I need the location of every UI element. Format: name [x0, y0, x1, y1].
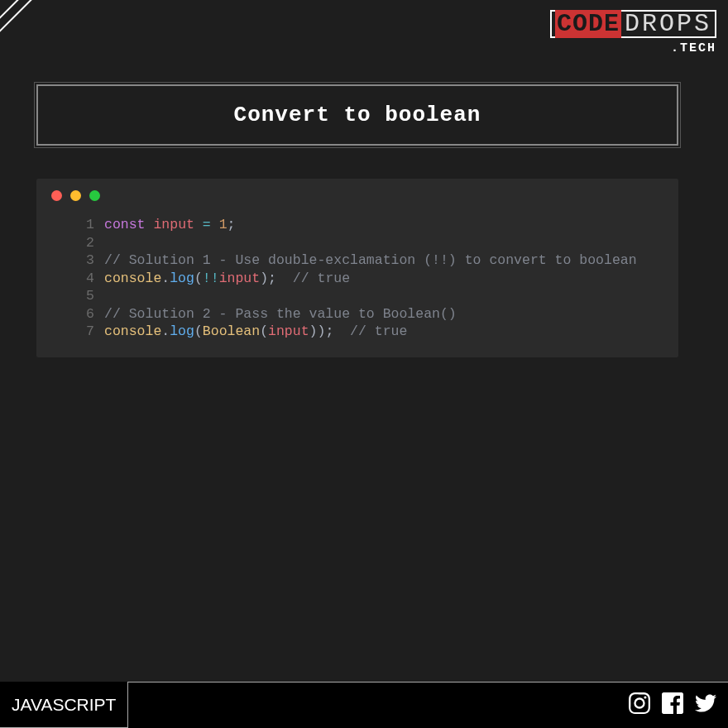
twitter-icon[interactable] — [695, 692, 716, 718]
line-number: 3 — [36, 251, 104, 270]
code-text: console.log(Boolean(input)); // true — [104, 323, 407, 341]
code-text: // Solution 1 - Use double-exclamation (… — [104, 251, 637, 270]
line-number: 6 — [36, 305, 104, 323]
window-traffic-lights — [36, 179, 678, 213]
brand-sub: .TECH — [550, 41, 716, 55]
code-text: console.log(!!input); // true — [104, 270, 350, 288]
footer-spacer — [128, 682, 629, 728]
line-number: 4 — [36, 270, 104, 288]
code-editor: 1const input = 1;23// Solution 1 - Use d… — [36, 179, 678, 357]
brand-drops: DROPS — [621, 10, 711, 38]
page-title: Convert to boolean — [46, 103, 668, 127]
line-number: 2 — [36, 234, 104, 252]
facebook-icon[interactable] — [662, 692, 683, 718]
brand-logo-main: CODEDROPS — [550, 10, 716, 38]
code-body: 1const input = 1;23// Solution 1 - Use d… — [36, 213, 678, 341]
line-number: 1 — [36, 216, 104, 234]
code-line: 1const input = 1; — [36, 216, 678, 234]
line-number: 7 — [36, 323, 104, 341]
close-icon — [51, 190, 62, 201]
code-text: const input = 1; — [104, 216, 235, 234]
minimize-icon — [70, 190, 81, 201]
footer: JAVASCRIPT — [0, 682, 728, 728]
brand-code: CODE — [555, 10, 621, 38]
line-number: 5 — [36, 287, 104, 305]
code-line: 7console.log(Boolean(input)); // true — [36, 323, 678, 341]
code-line: 2 — [36, 234, 678, 252]
code-line: 6// Solution 2 - Pass the value to Boole… — [36, 305, 678, 323]
code-line: 4console.log(!!input); // true — [36, 270, 678, 288]
decorative-diagonal-lines — [0, 0, 83, 83]
code-text: // Solution 2 - Pass the value to Boolea… — [104, 305, 457, 323]
language-tag: JAVASCRIPT — [0, 682, 128, 728]
maximize-icon — [89, 190, 100, 201]
code-line: 3// Solution 1 - Use double-exclamation … — [36, 251, 678, 270]
brand-logo: CODEDROPS .TECH — [550, 10, 716, 55]
code-line: 5 — [36, 287, 678, 305]
instagram-icon[interactable] — [629, 692, 650, 718]
social-links — [629, 682, 728, 728]
title-container: Convert to boolean — [36, 84, 678, 146]
